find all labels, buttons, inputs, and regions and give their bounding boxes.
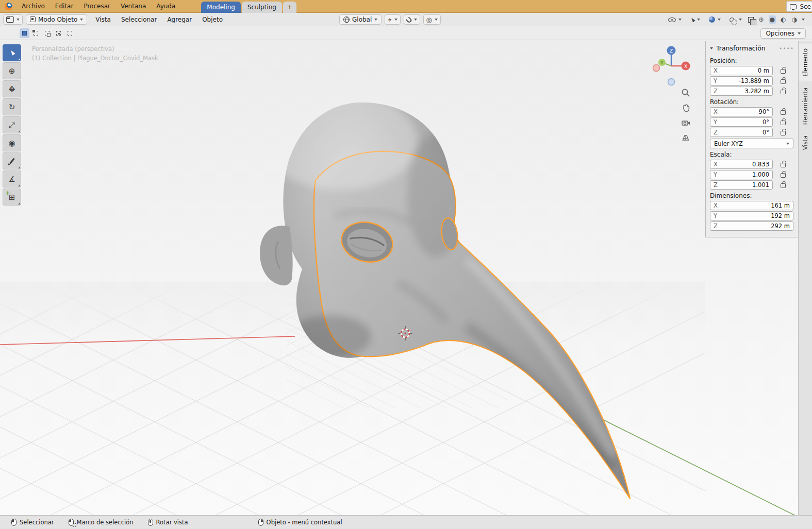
lock-icon[interactable] [780, 119, 786, 125]
tool-select-box[interactable]: ► [3, 44, 21, 61]
axis-value: 0° [763, 129, 769, 136]
menu-procesar[interactable]: Procesar [78, 0, 115, 13]
axis-value: 0 m [758, 67, 769, 74]
lock-icon[interactable] [780, 182, 786, 188]
sidebar-tab-elemento[interactable]: Elemento [799, 44, 812, 81]
xray-toggle[interactable] [748, 17, 754, 23]
rotation-x-field[interactable]: X90° [710, 107, 773, 116]
options-dropdown[interactable]: Opciones [760, 28, 806, 39]
workspace-tab-sculpting[interactable]: Sculpting [242, 2, 282, 13]
rotation-mode-label: Euler XYZ [714, 140, 743, 147]
editor-type-dropdown[interactable] [3, 14, 23, 25]
select-mode-subtract[interactable] [42, 28, 52, 38]
gizmo-axis-x-neg[interactable] [653, 65, 660, 72]
snap-dropdown[interactable] [404, 14, 420, 25]
dimensions-y-field[interactable]: Y192 m [710, 211, 793, 220]
lock-icon[interactable] [780, 172, 786, 178]
magnet-icon [405, 16, 412, 23]
visibility-dropdown[interactable] [666, 14, 684, 25]
pivot-point-dropdown[interactable]: ⌖ [385, 14, 400, 25]
status-context-menu: Objeto - menú contextual [258, 519, 342, 526]
chevron-down-icon [786, 143, 789, 145]
selectability-dropdown[interactable]: ► [688, 14, 703, 25]
tool-cursor[interactable]: ⊕ [3, 62, 21, 79]
panel-header[interactable]: Transformación ∙∙∙∙ [706, 41, 798, 55]
menu-ayuda[interactable]: Ayuda [151, 0, 180, 13]
sidebar-tab-vista[interactable]: Vista [799, 131, 812, 155]
position-y-field[interactable]: Y-13.889 m [710, 76, 773, 86]
annotate-pencil-icon [9, 158, 15, 164]
zoom-icon[interactable] [681, 88, 690, 97]
scene-selector[interactable]: Sce [786, 1, 812, 12]
transform-icon: ◉ [8, 139, 15, 148]
scale-x-field[interactable]: X0.833 [710, 160, 773, 169]
tool-rotate[interactable]: ↻ [3, 98, 21, 115]
menu-objeto[interactable]: Objeto [197, 13, 228, 26]
rotation-x-row: X90° [710, 107, 798, 116]
rotate-icon: ↻ [9, 103, 15, 112]
shading-dropdown[interactable] [802, 19, 805, 21]
menu-agregar[interactable]: Agregar [162, 13, 197, 26]
viewport-3d[interactable]: Personalizada (perspectiva) (1) Collecti… [0, 41, 812, 515]
overlays-icon [730, 18, 734, 22]
axis-label: Z [714, 223, 718, 230]
menu-archivo[interactable]: Archivo [16, 0, 50, 13]
rotation-y-field[interactable]: Y0° [710, 117, 773, 127]
dimensions-x-field[interactable]: X161 m [710, 201, 793, 210]
gizmo-axis-z-neg[interactable] [668, 79, 675, 86]
workspace-tab-modeling[interactable]: Modeling [201, 2, 241, 13]
shading-wireframe-button[interactable]: ⊕ [757, 15, 765, 24]
shading-rendered-button[interactable]: ◑ [791, 15, 798, 24]
position-z-field[interactable]: Z3.282 m [710, 87, 773, 96]
position-x-field[interactable]: X0 m [710, 66, 773, 75]
status-label: Marco de selección [77, 519, 134, 526]
camera-view-icon[interactable] [681, 118, 690, 127]
menu-seleccionar[interactable]: Seleccionar [116, 13, 162, 26]
menu-vista[interactable]: Vista [90, 13, 116, 26]
dimensions-z-field[interactable]: Z292 m [710, 221, 793, 231]
scale-icon: ⤢ [9, 121, 15, 130]
select-mode-new[interactable] [20, 28, 29, 38]
tool-add-cube[interactable]: ⊞+ [3, 189, 21, 206]
shading-material-button[interactable]: ◐ [780, 15, 787, 24]
lock-icon[interactable] [780, 67, 786, 74]
menu-editar[interactable]: Editar [50, 0, 79, 13]
gizmos-dropdown[interactable] [706, 14, 723, 25]
sidebar-tab-herramienta[interactable]: Herramienta [799, 83, 812, 129]
select-mode-invert[interactable] [54, 28, 63, 38]
topbar: Archivo Editar Procesar Ventana Ayuda Mo… [0, 0, 812, 13]
collapse-chevron-icon [710, 47, 713, 49]
proportional-edit-dropdown[interactable]: ◎ [423, 14, 441, 25]
add-workspace-button[interactable]: + [283, 2, 296, 13]
shading-solid-button[interactable]: ● [769, 15, 776, 24]
navigation-gizmo[interactable]: Z Y X [649, 44, 693, 88]
cursor-arrow-icon: ► [688, 16, 697, 23]
tool-scale[interactable]: ⤢ [3, 116, 21, 133]
gizmo-x-label: X [684, 64, 687, 69]
tool-move[interactable]: ↔↕ [3, 80, 21, 97]
blender-logo-icon[interactable] [5, 3, 12, 10]
eye-icon [668, 18, 676, 22]
lock-icon[interactable] [780, 78, 786, 84]
lock-icon[interactable] [780, 109, 786, 115]
scale-z-field[interactable]: Z1.001 [710, 180, 773, 190]
select-mode-extend[interactable] [31, 28, 41, 38]
mouse-middle-icon [148, 519, 153, 526]
tool-transform[interactable]: ◉ [3, 134, 21, 151]
panel-drag-handle[interactable]: ∙∙∙∙ [779, 45, 794, 51]
scale-y-field[interactable]: Y1.000 [710, 170, 773, 179]
select-mode-intersect[interactable] [65, 28, 75, 38]
mode-dropdown[interactable]: Modo Objeto [26, 14, 87, 25]
pan-hand-icon[interactable] [681, 103, 690, 112]
perspective-toggle-icon[interactable] [681, 133, 690, 142]
lock-icon[interactable] [780, 88, 786, 94]
orientation-dropdown[interactable]: Global [339, 14, 382, 25]
rotation-z-field[interactable]: Z0° [710, 128, 773, 137]
lock-icon[interactable] [780, 161, 786, 167]
rotation-mode-dropdown[interactable]: Euler XYZ [710, 139, 793, 148]
overlays-dropdown[interactable] [727, 14, 744, 25]
tool-measure[interactable]: ∡ [3, 170, 21, 187]
menu-ventana[interactable]: Ventana [115, 0, 151, 13]
tool-annotate[interactable] [3, 152, 21, 169]
lock-icon[interactable] [780, 129, 786, 135]
